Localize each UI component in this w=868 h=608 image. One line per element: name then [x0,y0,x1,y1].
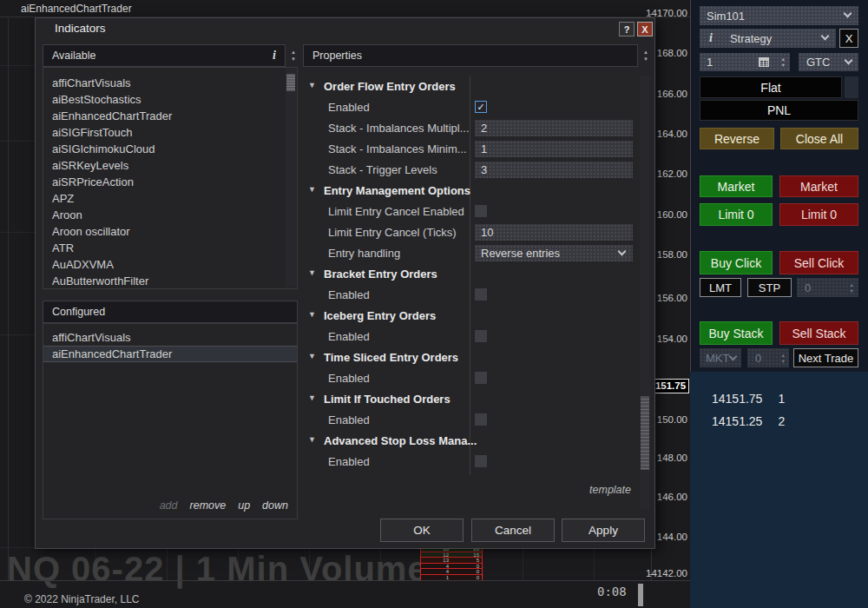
property-checkbox[interactable] [475,455,487,467]
collapse-arrow-icon[interactable]: ▼ [308,269,316,277]
available-item[interactable]: aiSIGIchimokuCloud [43,141,297,157]
close-all-button[interactable]: Close All [780,128,858,149]
available-item[interactable]: AuButterworthFilter [43,273,297,289]
bid-quote-row: 14151.25 2 [712,414,785,428]
buy-click-button[interactable]: Buy Click [700,251,773,274]
sell-click-button[interactable]: Sell Click [779,251,858,274]
properties-scrollbar-thumb[interactable] [641,396,649,470]
quantity-spinner[interactable]: ▲ ▼ [781,56,786,68]
property-editor: 10 [475,224,633,241]
tif-select[interactable]: GTC [799,53,858,71]
configured-item[interactable]: affiChartVisuals [43,329,297,346]
scroll-down-icon[interactable]: ▼ [291,56,296,62]
property-checkbox[interactable] [475,372,487,384]
click-qty-value: 0 [797,281,811,294]
cluster-bid-volume: 4 [421,564,451,569]
available-item[interactable]: aiSRKeyLevels [43,157,297,174]
available-scroll-arrows[interactable]: ▲ ▼ [287,44,299,67]
remove-link[interactable]: remove [190,499,227,512]
property-row: Stack - Trigger Levels3 [303,159,638,180]
property-input[interactable]: 10 [475,224,633,241]
available-item[interactable]: Aroon [43,207,297,223]
spinner-down-icon[interactable]: ▼ [781,63,786,68]
property-input[interactable]: 2 [475,120,633,136]
stack-type-select[interactable]: MKT [700,348,741,367]
down-link[interactable]: down [262,499,288,512]
property-checkbox[interactable] [475,288,487,301]
cluster-ask-volume: 0 [451,569,482,574]
configured-list[interactable]: affiChartVisualsaiEnhancedChartTrader ad… [43,323,298,519]
buy-limit-button[interactable]: Limit 0 [700,203,773,226]
quantity-stepper[interactable]: 1 ▲ ▼ [700,53,790,71]
stp-button[interactable]: STP [747,278,792,297]
cluster-bid-volume: 12 [421,552,451,558]
property-section: ▼Limit If Touched Orders [303,388,638,409]
calculator-icon[interactable] [759,57,769,67]
available-scrollbar-thumb[interactable] [286,74,295,91]
close-icon[interactable]: X [637,22,653,36]
property-checkbox[interactable] [475,205,487,217]
collapse-arrow-icon[interactable]: ▼ [308,186,316,194]
available-scrollbar[interactable] [286,69,296,287]
available-item[interactable]: affiChartVisuals [43,75,297,91]
sell-market-button[interactable]: Market [779,175,858,197]
available-item[interactable]: Aroon oscillator [43,223,297,240]
cancel-button[interactable]: Cancel [471,519,555,542]
up-link[interactable]: up [238,499,250,512]
ok-button[interactable]: OK [380,519,464,542]
lmt-button[interactable]: LMT [700,278,741,297]
available-item[interactable]: aiBestStochastics [43,91,297,108]
property-section-label: Entry Management Options [324,184,470,197]
info-icon[interactable]: i [700,31,713,45]
sell-stack-button[interactable]: Sell Stack [779,321,858,345]
chevron-down-icon [845,56,853,65]
available-item[interactable]: ATR [43,240,297,256]
available-header: Available i [43,44,286,67]
scroll-down-icon[interactable]: ▼ [643,56,648,62]
available-item[interactable]: aiSRPriceAction [43,174,297,190]
property-checkbox[interactable]: ✓ [475,101,487,113]
collapse-arrow-icon[interactable]: ▼ [308,436,316,444]
available-item[interactable]: aiEnhancedChartTrader [43,108,297,124]
strategy-close-button[interactable]: X [839,29,858,48]
configured-item[interactable]: aiEnhancedChartTrader [43,346,297,362]
property-checkbox[interactable] [475,413,487,426]
available-list[interactable]: affiChartVisualsaiBestStochasticsaiEnhan… [43,67,298,289]
reverse-button[interactable]: Reverse [700,128,774,149]
available-item[interactable]: aiSIGFirstTouch [43,124,297,141]
strategy-select[interactable]: i Strategy [700,29,836,48]
available-item[interactable]: APZ [43,190,297,207]
info-icon[interactable]: i [273,45,276,66]
flat-side-box[interactable] [845,76,858,98]
properties-scroll-arrows[interactable]: ▲ ▼ [640,44,652,67]
help-button[interactable]: ? [619,22,635,36]
scroll-up-icon[interactable]: ▲ [643,50,648,55]
property-select[interactable]: Reverse entries [475,245,633,261]
pnl-button[interactable]: PNL [700,100,858,121]
collapse-arrow-icon[interactable]: ▼ [308,311,316,319]
cluster-bid-volume: 4 [421,569,451,574]
property-section-label: Time Sliced Entry Orders [324,351,458,364]
collapse-arrow-icon[interactable]: ▼ [308,82,316,89]
template-link[interactable]: template [589,484,631,496]
flat-button[interactable]: Flat [700,76,842,98]
properties-scrollbar[interactable] [640,76,650,510]
collapse-arrow-icon[interactable]: ▼ [308,353,316,360]
scroll-up-icon[interactable]: ▲ [291,50,296,55]
account-select[interactable]: Sim101 [700,6,858,25]
buy-stack-button[interactable]: Buy Stack [700,321,773,345]
sell-limit-button[interactable]: Limit 0 [779,203,858,226]
buy-market-button[interactable]: Market [700,175,773,197]
next-trade-button[interactable]: Next Trade [793,348,858,367]
property-checkbox[interactable] [475,330,487,342]
spinner-up-icon[interactable]: ▲ [781,56,786,62]
collapse-arrow-icon[interactable]: ▼ [308,394,316,402]
property-input[interactable]: 3 [475,162,633,178]
dialog-titlebar[interactable]: Indicators ? X [36,18,654,39]
quantity-value: 1 [700,56,713,69]
tif-select-value: GTC [799,56,830,69]
property-section: ▼Entry Management Options [303,180,638,201]
available-item[interactable]: AuADXVMA [43,256,297,273]
property-input[interactable]: 1 [475,141,633,157]
apply-button[interactable]: Apply [562,519,645,542]
